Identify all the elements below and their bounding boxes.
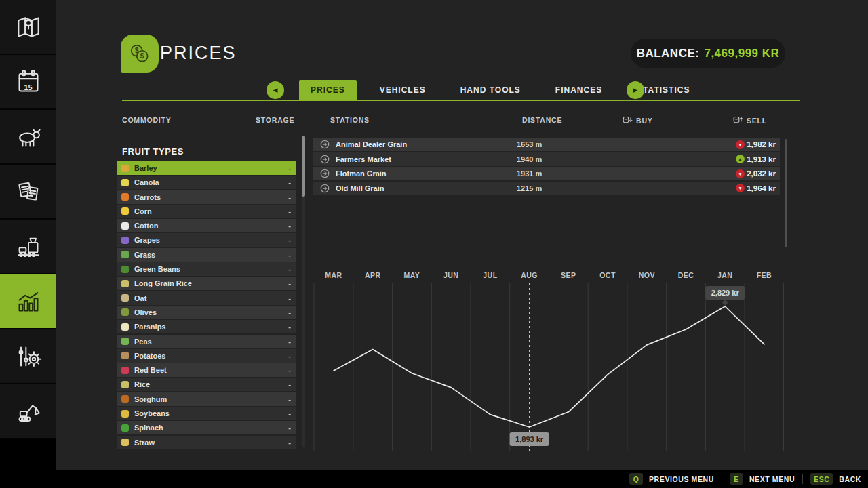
hint-previous-menu[interactable]: QPREVIOUS MENU	[629, 473, 714, 485]
commodity-row-parsnips[interactable]: Parsnips-	[117, 320, 296, 333]
commodity-row-grapes[interactable]: Grapes-	[117, 233, 296, 247]
bottom-key-hints: QPREVIOUS MENUENEXT MENUESCBACK	[0, 470, 868, 488]
settings-icon	[14, 342, 43, 371]
commodity-storage-value: -	[288, 308, 291, 317]
main-panel: $ $ PRICES BALANCE: 7,469,999 KR ◀ PRICE…	[56, 0, 868, 470]
tab-prev-button[interactable]: ◀	[267, 81, 284, 99]
column-header-distance: DISTANCE	[522, 116, 562, 124]
goto-station-icon[interactable]	[320, 169, 330, 178]
svg-text:NOV: NOV	[639, 271, 655, 279]
column-header-buy: BUY	[623, 116, 653, 125]
column-header-stations: STATIONS	[330, 116, 370, 124]
commodity-storage-value: -	[288, 207, 291, 216]
statistics-icon	[14, 287, 43, 317]
commodity-row-rice[interactable]: Rice-	[117, 378, 296, 391]
svg-text:MAY: MAY	[404, 271, 420, 279]
commodity-icon	[121, 165, 129, 172]
commodity-label: Peas	[134, 338, 152, 346]
hint-label: BACK	[839, 475, 861, 483]
station-row-flotman-grain[interactable]: Flotman Grain1931 m▼2,032 kr	[313, 167, 780, 180]
commodity-row-spinach[interactable]: Spinach-	[117, 421, 296, 434]
commodity-row-peas[interactable]: Peas-	[117, 335, 296, 348]
commodity-icon	[121, 207, 129, 215]
svg-text:AUG: AUG	[521, 271, 538, 279]
sidebar-item-contracts[interactable]	[0, 165, 56, 220]
commodity-storage-value: -	[288, 222, 291, 230]
station-price: 1,964 kr	[747, 184, 776, 192]
column-header-storage: STORAGE	[256, 116, 294, 124]
hint-next-menu[interactable]: ENEXT MENU	[730, 473, 795, 485]
commodity-row-oat[interactable]: Oat-	[117, 291, 296, 305]
station-row-farmers-market[interactable]: Farmers Market1940 m▲1,913 kr	[313, 152, 780, 166]
commodity-icon	[121, 251, 129, 258]
station-row-old-mill-grain[interactable]: Old Mill Grain1215 m▼1,964 kr	[313, 182, 780, 195]
keycap-q: Q	[629, 473, 643, 485]
station-row-animal-dealer-grain[interactable]: Animal Dealer Grain1653 m▼1,982 kr	[313, 138, 780, 151]
commodity-row-straw[interactable]: Straw-	[117, 436, 296, 449]
sidebar-item-animals[interactable]	[0, 110, 56, 165]
scrollbar-thumb[interactable]	[302, 136, 305, 197]
commodity-label: Long Grain Rice	[134, 279, 192, 287]
commodity-storage-value: -	[288, 236, 291, 244]
tab-hand-tools[interactable]: HAND TOOLS	[449, 80, 532, 100]
sell-coins-icon	[733, 116, 743, 125]
commodity-row-sorghum[interactable]: Sorghum-	[117, 392, 296, 406]
commodity-group-label: FRUIT TYPES	[122, 146, 184, 157]
tab-next-button[interactable]: ▶	[627, 81, 644, 99]
commodity-list: Barley-Canola-Carrots-Corn-Cotton-Grapes…	[117, 161, 296, 450]
column-header-commodity: COMMODITY	[122, 116, 172, 124]
commodity-row-olives[interactable]: Olives-	[117, 306, 296, 319]
calendar-icon	[14, 67, 43, 97]
commodity-scrollbar[interactable]	[302, 136, 305, 447]
goto-station-icon[interactable]	[320, 140, 330, 149]
goto-station-icon[interactable]	[320, 184, 330, 193]
svg-text:2,829 kr: 2,829 kr	[711, 289, 740, 297]
sidebar-item-statistics[interactable]	[0, 274, 56, 329]
commodity-label: Corn	[134, 207, 152, 216]
commodity-storage-value: -	[288, 439, 291, 447]
commodity-row-long-grain-rice[interactable]: Long Grain Rice-	[117, 277, 296, 290]
hint-back[interactable]: ESCBACK	[810, 473, 861, 485]
sidebar-item-settings[interactable]	[0, 329, 56, 384]
commodity-row-carrots[interactable]: Carrots-	[117, 190, 296, 204]
commodity-icon	[121, 323, 129, 331]
construction-icon	[14, 396, 43, 426]
sidebar-item-map[interactable]	[0, 0, 56, 55]
commodity-row-grass[interactable]: Grass-	[117, 248, 296, 262]
commodity-label: Canola	[134, 178, 159, 186]
price-trend-down-icon: ▼	[736, 140, 745, 149]
header-separator	[117, 129, 787, 129]
sidebar-item-construction[interactable]	[0, 384, 56, 439]
price-history-chart: MARAPRMAYJUNJULAUGSEPOCTNOVDECJANFEB2,82…	[313, 270, 785, 454]
tab-vehicles[interactable]: VEHICLES	[368, 80, 437, 100]
commodity-row-barley[interactable]: Barley-	[117, 161, 296, 175]
arrow-left-icon: ◀	[273, 87, 278, 94]
commodity-row-green-beans[interactable]: Green Beans-	[117, 262, 296, 276]
page-title: PRICES	[160, 43, 237, 64]
svg-text:JUL: JUL	[483, 271, 497, 279]
goto-station-icon[interactable]	[320, 155, 330, 164]
commodity-label: Sorghum	[134, 395, 167, 403]
station-scrollbar[interactable]	[785, 139, 787, 247]
commodity-row-potatoes[interactable]: Potatoes-	[117, 349, 296, 363]
commodity-row-red-beet[interactable]: Red Beet-	[117, 363, 296, 377]
commodity-row-corn[interactable]: Corn-	[117, 205, 296, 218]
commodity-icon	[121, 395, 129, 403]
station-distance: 1215 m	[517, 184, 542, 192]
commodity-storage-value: -	[288, 294, 291, 302]
station-distance: 1940 m	[517, 155, 542, 163]
commodity-label: Spinach	[134, 424, 163, 432]
commodity-row-cotton[interactable]: Cotton-	[117, 219, 296, 232]
svg-text:APR: APR	[365, 271, 381, 279]
prices-screen: 15 $ $ PRICES BALANCE: 7,469,999 KR ◀ PR…	[0, 0, 868, 488]
sidebar-item-production[interactable]	[0, 220, 56, 274]
sidebar-menu: 15	[0, 0, 56, 451]
sidebar-item-calendar[interactable]: 15	[0, 55, 56, 110]
tab-prices[interactable]: PRICES	[299, 80, 357, 100]
commodity-row-canola[interactable]: Canola-	[117, 176, 296, 189]
commodity-row-soybeans[interactable]: Soybeans-	[117, 407, 296, 420]
tab-finances[interactable]: FINANCES	[544, 80, 614, 100]
commodity-icon	[121, 222, 129, 230]
balance-display: BALANCE: 7,469,999 KR	[631, 39, 785, 68]
commodity-label: Carrots	[134, 193, 161, 201]
